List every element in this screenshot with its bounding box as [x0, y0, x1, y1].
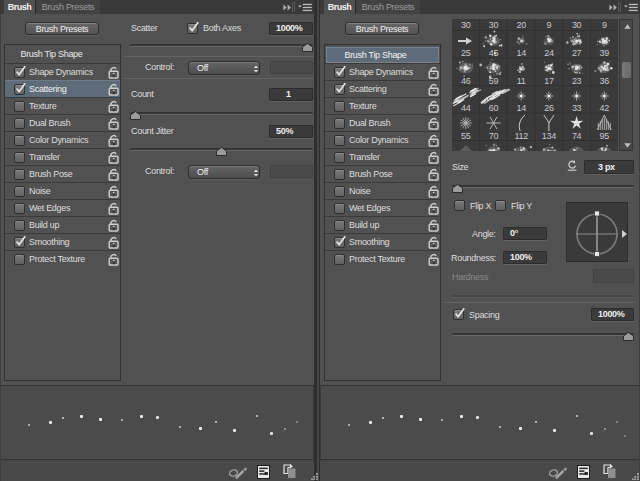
svg-text:17: 17 — [544, 76, 554, 86]
svg-text:20: 20 — [516, 20, 526, 30]
svg-text:95: 95 — [600, 131, 610, 141]
svg-text:70: 70 — [489, 131, 499, 141]
svg-text:60: 60 — [489, 103, 499, 113]
svg-text:44: 44 — [461, 103, 471, 113]
svg-text:36: 36 — [600, 76, 610, 86]
svg-text:11: 11 — [517, 76, 526, 86]
svg-text:45: 45 — [489, 48, 499, 58]
svg-text:39: 39 — [600, 48, 610, 58]
svg-text:9: 9 — [547, 20, 552, 30]
svg-text:74: 74 — [572, 131, 582, 141]
svg-text:24: 24 — [544, 48, 554, 58]
svg-text:30: 30 — [572, 20, 582, 30]
svg-text:14: 14 — [516, 103, 526, 113]
svg-text:25: 25 — [461, 48, 471, 58]
svg-text:30: 30 — [489, 20, 499, 30]
svg-text:14: 14 — [516, 48, 526, 58]
svg-text:112: 112 — [514, 131, 528, 141]
svg-text:26: 26 — [544, 103, 554, 113]
svg-text:9: 9 — [602, 20, 607, 30]
svg-text:134: 134 — [542, 131, 556, 141]
svg-text:42: 42 — [600, 103, 610, 113]
svg-text:55: 55 — [461, 131, 471, 141]
svg-text:33: 33 — [572, 103, 582, 113]
svg-text:30: 30 — [461, 20, 471, 30]
svg-text:27: 27 — [572, 48, 582, 58]
svg-text:23: 23 — [572, 76, 582, 86]
svg-text:46: 46 — [461, 76, 471, 86]
